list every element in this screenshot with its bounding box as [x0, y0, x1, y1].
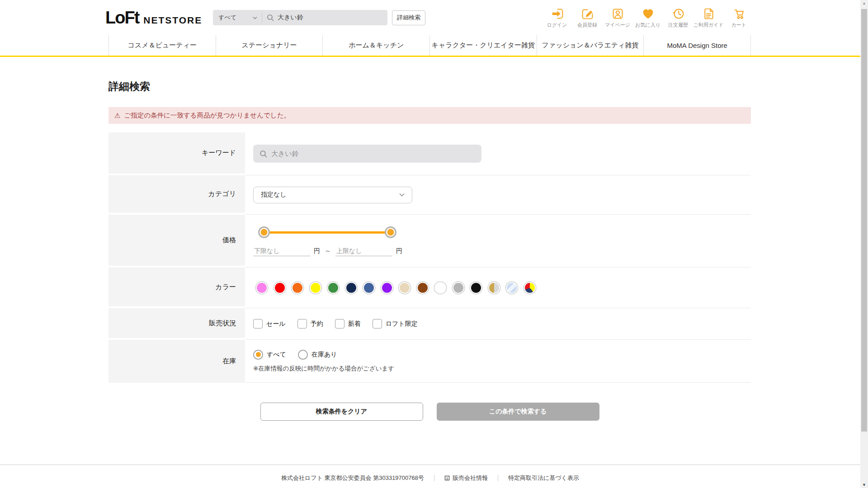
scrollbar-up-arrow[interactable]: ▲: [860, 1, 868, 5]
color-label: カラー: [108, 267, 245, 308]
color-swatch[interactable]: [275, 283, 285, 293]
page: LoFt NETSTORE すべて 大きい鈴 詳細検索 ログイン: [0, 0, 860, 482]
keyword-input[interactable]: 大きい鈴: [253, 145, 481, 163]
favorites-link[interactable]: お気に入り: [636, 7, 660, 28]
nav-item[interactable]: ホーム＆キッチン: [322, 35, 429, 56]
guide-link[interactable]: ご利用ガイド: [697, 7, 720, 28]
sale-status-row: 販売状況 セール 予約 新着: [108, 308, 751, 340]
order-history-link[interactable]: 注文履歴: [666, 7, 690, 28]
checkbox: [335, 319, 344, 328]
chevron-down-icon: [399, 193, 405, 197]
search-with-conditions-button[interactable]: この条件で検索する: [437, 403, 599, 421]
radio-label: 在庫あり: [311, 351, 337, 359]
clear-conditions-button[interactable]: 検索条件をクリア: [260, 403, 423, 421]
quick-links: ログイン 会員登録 マイページ: [545, 7, 750, 28]
sale-status-checkbox[interactable]: 新着: [335, 319, 361, 328]
header-search-value: 大きい鈴: [278, 14, 303, 22]
footer-separator: [434, 475, 434, 481]
scrollbar-down-arrow[interactable]: ▼: [860, 483, 868, 487]
search-icon: [267, 14, 274, 21]
footer-separator: [498, 475, 498, 481]
color-row: カラー: [108, 267, 751, 308]
stock-radio[interactable]: 在庫あり: [298, 350, 337, 360]
sale-status-label: 販売状況: [108, 308, 245, 340]
color-swatch[interactable]: [382, 283, 392, 293]
color-swatch[interactable]: [453, 283, 463, 293]
guide-icon: [702, 7, 715, 20]
color-swatch[interactable]: [311, 283, 321, 293]
color-swatches: [253, 283, 751, 293]
sale-status-checkbox[interactable]: 予約: [297, 319, 323, 328]
stock-label: 在庫: [108, 340, 245, 383]
register-link[interactable]: 会員登録: [576, 7, 599, 28]
stock-options: すべて 在庫あり: [253, 350, 751, 360]
price-range-slider: [259, 226, 395, 238]
color-swatch[interactable]: [292, 283, 302, 293]
quick-link-label: 注文履歴: [668, 22, 688, 28]
vertical-scrollbar[interactable]: ▲ ▼: [860, 0, 868, 488]
quick-link-label: ログイン: [547, 22, 567, 28]
mypage-link[interactable]: マイページ: [606, 7, 629, 28]
category-row: カテゴリ 指定なし: [108, 175, 751, 215]
color-swatch[interactable]: [400, 283, 410, 293]
checkbox-label: 予約: [311, 320, 323, 328]
login-link[interactable]: ログイン: [545, 7, 569, 28]
quick-link-label: カート: [731, 22, 746, 28]
site-footer: 株式会社ロフト 東京都公安委員会 第303319700768号 販売会社情報 特…: [0, 465, 860, 482]
price-min-input[interactable]: [253, 246, 310, 256]
nav-item[interactable]: MoMA Design Store: [643, 35, 751, 56]
price-max-input[interactable]: [335, 246, 392, 256]
quick-link-label: マイページ: [605, 22, 630, 28]
color-swatch[interactable]: [418, 283, 428, 293]
cart-link[interactable]: カート: [727, 7, 750, 28]
scrollbar-thumb[interactable]: [861, 9, 867, 432]
header-search-group: すべて 大きい鈴: [213, 10, 387, 25]
quick-link-label: 会員登録: [577, 22, 597, 28]
sale-status-checkbox[interactable]: セール: [253, 319, 286, 328]
favorites-icon: [642, 7, 655, 20]
color-swatch[interactable]: [257, 283, 267, 293]
color-swatch[interactable]: [364, 283, 374, 293]
color-swatch[interactable]: [346, 283, 356, 293]
price-slider-min-handle[interactable]: [258, 226, 270, 238]
building-icon: [444, 475, 450, 481]
search-category-select[interactable]: すべて: [213, 14, 262, 22]
header-search-input[interactable]: 大きい鈴: [262, 14, 387, 22]
color-swatch[interactable]: [489, 283, 499, 293]
form-actions: 検索条件をクリア この条件で検索する: [108, 403, 751, 421]
category-label: カテゴリ: [108, 175, 245, 215]
legal-link[interactable]: 特定商取引法に基づく表示: [508, 474, 579, 482]
nav-item[interactable]: コスメ＆ビューティー: [108, 35, 216, 56]
checkbox-label: ロフト限定: [386, 320, 418, 328]
order-history-icon: [672, 7, 685, 20]
category-value: 指定なし: [261, 191, 287, 199]
keyword-row: キーワード 大きい鈴: [108, 132, 751, 175]
checkbox-label: セール: [266, 320, 286, 328]
advanced-search-button[interactable]: 詳細検索: [392, 10, 425, 25]
category-select[interactable]: 指定なし: [253, 187, 412, 203]
search-category-value: すべて: [218, 14, 236, 22]
radio-label: すべて: [267, 351, 286, 359]
nav-item[interactable]: ファッション＆バラエティ雑貨: [537, 35, 644, 56]
price-slider-max-handle[interactable]: [385, 226, 396, 238]
price-separator: ～: [325, 247, 331, 255]
color-swatch[interactable]: [328, 283, 338, 293]
logo-loft-text: LoFt: [105, 8, 139, 28]
color-swatch[interactable]: [471, 283, 481, 293]
nav-item[interactable]: ステーショナリー: [216, 35, 323, 56]
price-label: 価格: [108, 215, 245, 267]
alert-message: ご指定の条件に一致する商品が見つかりませんでした。: [124, 111, 290, 120]
keyword-value: 大きい鈴: [271, 150, 299, 158]
color-swatch[interactable]: [507, 283, 517, 293]
color-swatch[interactable]: [525, 283, 535, 293]
nav-item[interactable]: キャラクター・クリエイター雑貨: [429, 35, 537, 56]
stock-radio[interactable]: すべて: [253, 350, 286, 360]
quick-link-label: ご利用ガイド: [693, 22, 723, 28]
color-swatch[interactable]: [435, 283, 445, 293]
sale-status-checkbox[interactable]: ロフト限定: [373, 319, 418, 328]
stock-row: 在庫 すべて 在庫あり ※在庫情報の反映に時間がかかる場合がございます: [108, 340, 751, 383]
seller-info-link[interactable]: 販売会社情報: [444, 474, 488, 482]
search-form: キーワード 大きい鈴 カテゴリ 指定なし 価格: [108, 132, 751, 383]
loft-logo[interactable]: LoFt NETSTORE: [105, 8, 202, 28]
price-row: 価格 円 ～ 円: [108, 215, 751, 267]
